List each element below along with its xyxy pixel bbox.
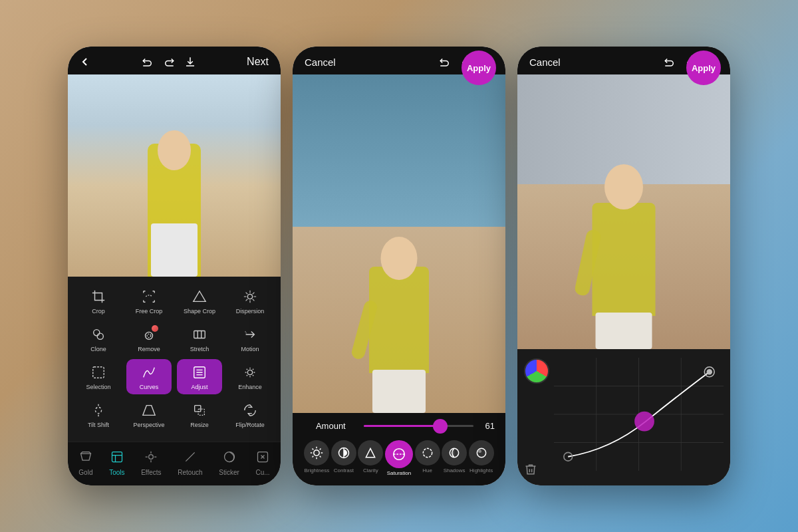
adjust-shadows[interactable]: Shadows xyxy=(442,440,467,476)
svg-point-35 xyxy=(478,450,481,453)
free-crop-label: Free Crop xyxy=(136,308,163,315)
phone-frame-2: Cancel Apply xyxy=(293,47,505,485)
cutout-label: Cu... xyxy=(255,469,269,476)
tool-crop[interactable]: Crop xyxy=(76,283,121,319)
selection-label: Selection xyxy=(86,384,110,390)
tool-clone[interactable]: Clone xyxy=(76,321,121,356)
adjust-brightness[interactable]: Brightness xyxy=(304,440,329,476)
perspective-icon xyxy=(140,401,158,420)
effects-icon xyxy=(144,450,158,467)
adjust-clarity[interactable]: Clarity xyxy=(358,440,383,476)
svg-point-28 xyxy=(314,450,319,456)
adjust-highlights[interactable]: Highlights xyxy=(469,440,494,476)
tool-enhance[interactable]: Enhance xyxy=(227,359,273,394)
amount-slider[interactable] xyxy=(364,425,473,427)
apply-button-2[interactable]: Apply xyxy=(462,51,496,85)
nav-sticker[interactable]: Sticker xyxy=(213,448,245,479)
tool-tilt-shift[interactable]: Tilt Shift xyxy=(76,397,121,432)
svg-point-3 xyxy=(97,333,103,339)
clone-icon xyxy=(89,325,108,344)
adjust-hue[interactable]: Hue xyxy=(415,440,440,476)
undo-button[interactable] xyxy=(142,56,154,68)
download-button[interactable] xyxy=(184,56,196,68)
nav-retouch[interactable]: Retouch xyxy=(172,448,207,479)
slider-fill xyxy=(364,425,441,427)
svg-point-2 xyxy=(94,330,100,336)
tool-row-4: Tilt Shift Perspective Resize xyxy=(73,397,275,432)
clarity-label: Clarity xyxy=(363,467,378,473)
adjust-saturation[interactable]: Saturation xyxy=(385,440,413,476)
svg-point-44 xyxy=(634,412,654,432)
curves-canvas[interactable] xyxy=(554,354,724,474)
cutout-icon xyxy=(256,450,269,467)
svg-marker-30 xyxy=(366,448,375,457)
svg-rect-21 xyxy=(112,452,122,462)
tool-stretch[interactable]: Stretch xyxy=(177,321,222,356)
dispersion-label: Dispersion xyxy=(236,308,265,315)
tool-row-3: Selection Curves Adjust xyxy=(73,359,275,394)
phone-screen-3: Cancel Apply xyxy=(517,47,730,485)
svg-rect-20 xyxy=(198,409,204,415)
undo-button-2[interactable] xyxy=(439,56,451,68)
nav-cutout[interactable]: Cu... xyxy=(250,448,275,479)
clone-label: Clone xyxy=(90,346,106,352)
curves-icon xyxy=(140,363,158,382)
tool-selection[interactable]: Selection xyxy=(76,359,121,394)
cancel-button-2[interactable]: Cancel xyxy=(305,57,336,68)
free-crop-icon xyxy=(140,287,158,306)
svg-point-4 xyxy=(146,332,153,339)
phone-frame-3: Cancel Apply xyxy=(517,47,730,485)
tool-adjust[interactable]: Adjust xyxy=(177,359,222,394)
nav-gold[interactable]: Gold xyxy=(73,448,98,479)
shadows-icon-wrap xyxy=(442,440,467,466)
crop-label: Crop xyxy=(92,308,105,315)
saturation-label: Saturation xyxy=(387,470,411,476)
phone-frame-1: Next Cro xyxy=(68,47,281,485)
tool-perspective[interactable]: Perspective xyxy=(126,397,172,432)
saturation-icon-wrap xyxy=(385,440,413,468)
next-button[interactable]: Next xyxy=(247,56,269,68)
apply-button-3[interactable]: Apply xyxy=(686,51,721,85)
perspective-label: Perspective xyxy=(133,422,164,428)
tool-flip-rotate[interactable]: Flip/Rotate xyxy=(227,397,273,432)
tool-row-2: Clone Remove Stretch xyxy=(73,321,275,356)
topbar-3: Cancel Apply xyxy=(517,47,730,74)
tool-row-1: Crop Free Crop Shape Crop xyxy=(73,283,275,319)
effects-label: Effects xyxy=(141,469,161,476)
tool-remove[interactable]: Remove xyxy=(126,321,172,356)
sticker-label: Sticker xyxy=(219,469,239,476)
svg-point-34 xyxy=(477,448,485,457)
highlights-label: Highlights xyxy=(469,467,493,473)
svg-rect-19 xyxy=(195,406,201,412)
tool-motion[interactable]: Motion xyxy=(227,321,273,356)
resize-label: Resize xyxy=(190,422,209,428)
image-area-1 xyxy=(68,74,281,277)
color-wheel-button[interactable] xyxy=(524,358,549,384)
tool-resize[interactable]: Resize xyxy=(177,397,222,432)
motion-icon xyxy=(241,325,259,344)
flip-rotate-icon xyxy=(241,401,259,420)
tilt-shift-icon xyxy=(89,401,108,420)
undo-button-3[interactable] xyxy=(664,56,676,68)
slider-thumb[interactable] xyxy=(433,419,448,434)
topbar-1: Next xyxy=(68,47,281,74)
svg-point-32 xyxy=(423,448,432,457)
highlights-icon-wrap xyxy=(469,440,494,466)
enhance-label: Enhance xyxy=(238,384,262,390)
shape-crop-icon xyxy=(190,287,209,306)
tool-curves[interactable]: Curves xyxy=(126,359,172,394)
svg-marker-0 xyxy=(194,291,205,302)
curves-delete-button[interactable] xyxy=(524,463,537,479)
cancel-button-3[interactable]: Cancel xyxy=(529,57,561,68)
tool-dispersion[interactable]: Dispersion xyxy=(227,283,273,319)
tool-shape-crop[interactable]: Shape Crop xyxy=(177,283,222,319)
nav-tools[interactable]: Tools xyxy=(104,448,130,479)
redo-button[interactable] xyxy=(163,56,175,68)
flip-rotate-label: Flip/Rotate xyxy=(235,422,265,428)
adjust-contrast[interactable]: Contrast xyxy=(331,440,356,476)
remove-dot-badge xyxy=(152,325,158,332)
tool-free-crop[interactable]: Free Crop xyxy=(126,283,172,319)
toolbar-icons xyxy=(142,56,196,68)
back-button[interactable] xyxy=(80,57,90,67)
nav-effects[interactable]: Effects xyxy=(136,448,166,479)
